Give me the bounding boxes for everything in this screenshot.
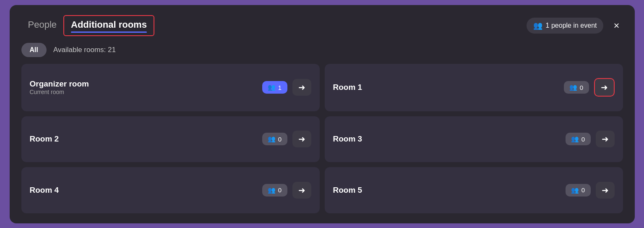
enter-button-room3[interactable]: ➜ bbox=[596, 131, 615, 147]
tab-additional-rooms[interactable]: Additional rooms bbox=[63, 15, 154, 36]
room-card-room5: Room 5👥0➜ bbox=[325, 167, 623, 213]
room-sub-organizer: Current room bbox=[30, 89, 257, 95]
people-count-icon-room5: 👥 bbox=[571, 186, 579, 194]
enter-icon-room3: ➜ bbox=[602, 134, 609, 144]
people-count-room3: 0 bbox=[581, 136, 585, 143]
rooms-grid: Organizer roomCurrent room👥1➜Room 1👥0➜Ro… bbox=[21, 64, 623, 213]
count-badge-organizer: 👥1 bbox=[262, 81, 287, 94]
enter-button-room5[interactable]: ➜ bbox=[596, 182, 615, 199]
people-count-icon-room4: 👥 bbox=[268, 186, 276, 194]
people-count-icon-room2: 👥 bbox=[268, 135, 276, 143]
count-badge-room4: 👥0 bbox=[262, 184, 287, 197]
header: People Additional rooms 👥 1 people in ev… bbox=[21, 15, 623, 36]
count-badge-room1: 👥0 bbox=[564, 81, 589, 94]
people-tab-label: People bbox=[28, 19, 57, 30]
enter-button-room1[interactable]: ➜ bbox=[594, 78, 615, 97]
close-button[interactable]: × bbox=[610, 18, 623, 33]
enter-icon-room5: ➜ bbox=[602, 185, 609, 195]
people-count-room1: 0 bbox=[580, 84, 583, 91]
room-card-organizer: Organizer roomCurrent room👥1➜ bbox=[21, 64, 320, 111]
count-badge-room3: 👥0 bbox=[566, 133, 591, 145]
modal-panel: People Additional rooms 👥 1 people in ev… bbox=[10, 5, 635, 223]
room-card-room3: Room 3👥0➜ bbox=[325, 116, 623, 162]
tab-people[interactable]: People bbox=[21, 16, 64, 35]
close-icon: × bbox=[613, 20, 619, 31]
enter-button-room4[interactable]: ➜ bbox=[292, 182, 311, 199]
people-count-icon-room1: 👥 bbox=[569, 84, 577, 91]
room-name-room2: Room 2 bbox=[30, 134, 257, 144]
people-count-room5: 0 bbox=[581, 186, 585, 194]
room-card-room2: Room 2👥0➜ bbox=[21, 116, 320, 162]
room-name-room4: Room 4 bbox=[30, 186, 257, 195]
people-group-icon: 👥 bbox=[533, 21, 542, 30]
people-count-room4: 0 bbox=[278, 186, 282, 194]
all-filter-button[interactable]: All bbox=[21, 43, 47, 57]
room-name-room3: Room 3 bbox=[333, 134, 561, 144]
people-count-organizer: 1 bbox=[278, 84, 282, 91]
people-badge-label: 1 people in event bbox=[546, 22, 597, 29]
header-right: 👥 1 people in event × bbox=[527, 18, 623, 34]
room-name-organizer: Organizer room bbox=[30, 79, 257, 89]
room-card-room1: Room 1👥0➜ bbox=[325, 64, 623, 111]
count-badge-room2: 👥0 bbox=[262, 133, 287, 145]
filter-row: All Available rooms: 21 bbox=[21, 43, 623, 57]
enter-icon-room4: ➜ bbox=[298, 185, 305, 195]
all-filter-label: All bbox=[30, 46, 38, 53]
people-count-icon-organizer: 👥 bbox=[268, 84, 276, 91]
additional-rooms-tab-label: Additional rooms bbox=[71, 19, 147, 30]
people-in-event-badge: 👥 1 people in event bbox=[527, 18, 604, 34]
enter-icon-room2: ➜ bbox=[298, 134, 305, 144]
room-name-room5: Room 5 bbox=[333, 186, 561, 195]
available-rooms-text: Available rooms: 21 bbox=[53, 46, 116, 54]
count-badge-room5: 👥0 bbox=[566, 184, 591, 197]
enter-icon-organizer: ➜ bbox=[298, 82, 305, 92]
room-name-room1: Room 1 bbox=[333, 83, 559, 92]
room-card-room4: Room 4👥0➜ bbox=[21, 167, 320, 213]
enter-button-room2[interactable]: ➜ bbox=[292, 131, 311, 147]
enter-button-organizer[interactable]: ➜ bbox=[292, 79, 311, 96]
enter-icon-room1: ➜ bbox=[601, 82, 608, 92]
people-count-icon-room3: 👥 bbox=[571, 135, 579, 143]
people-count-room2: 0 bbox=[278, 136, 282, 143]
